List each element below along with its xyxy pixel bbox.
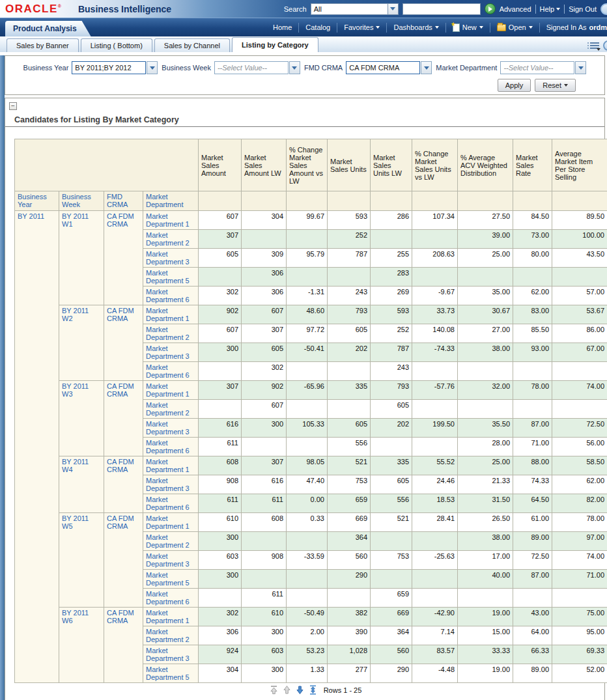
- business-week-cell[interactable]: BY 2011 W6: [59, 608, 104, 683]
- value-cell: 304: [199, 664, 242, 683]
- report-section: − Candidates for Listing By Market Categ…: [5, 98, 605, 700]
- max-rows-icon[interactable]: [308, 685, 318, 695]
- market-department-cell[interactable]: Market Department 1: [143, 608, 199, 626]
- dimension-header: Business Week: [59, 191, 104, 211]
- value-cell: [242, 230, 287, 249]
- market-department-cell[interactable]: Market Department 1: [143, 381, 199, 400]
- business-week-cell[interactable]: BY 2011 W5: [59, 513, 104, 608]
- first-page-icon[interactable]: [269, 685, 279, 695]
- business-week-cell[interactable]: BY 2011 W1: [59, 211, 104, 305]
- value-cell: 30.67: [458, 305, 513, 324]
- nav-link-home[interactable]: Home: [266, 23, 298, 31]
- market-department-cell[interactable]: Market Department 6: [143, 362, 199, 381]
- value-cell: 556: [371, 494, 412, 513]
- value-cell: [552, 268, 607, 287]
- header-spacer-cell: [458, 191, 513, 211]
- value-cell: 306: [242, 268, 287, 287]
- sign-out-link[interactable]: Sign Out: [569, 5, 597, 13]
- fmd-crma-cell[interactable]: CA FDM CRMA: [104, 456, 143, 513]
- value-cell: 902: [199, 305, 242, 324]
- value-cell: 902: [242, 381, 287, 400]
- market-department-cell[interactable]: Market Department 3: [143, 343, 199, 362]
- value-cell: [328, 268, 371, 287]
- accessibility-icon[interactable]: [600, 3, 607, 15]
- market-department-cell[interactable]: Market Department 1: [143, 305, 199, 324]
- tab-sales-by-channel[interactable]: Sales by Channel: [154, 38, 230, 52]
- market-department-cell[interactable]: Market Department 2: [143, 324, 199, 343]
- prompt-value[interactable]: CA FDM CRMA: [346, 61, 420, 74]
- market-department-cell[interactable]: Market Department 1: [143, 513, 199, 532]
- market-department-cell[interactable]: Market Department 6: [143, 589, 199, 608]
- prompt-value[interactable]: --Select Value--: [500, 61, 574, 74]
- value-cell: 560: [328, 551, 371, 570]
- market-department-cell[interactable]: Market Department 2: [143, 400, 199, 419]
- nav-link-catalog[interactable]: Catalog: [299, 23, 337, 31]
- collapse-section-button[interactable]: −: [9, 102, 17, 110]
- fmd-crma-cell[interactable]: CA FDM CRMA: [104, 305, 143, 381]
- market-department-cell[interactable]: Market Department 3: [143, 419, 199, 438]
- market-department-cell[interactable]: Market Department 6: [143, 438, 199, 456]
- prompt-value[interactable]: --Select Value--: [214, 61, 289, 74]
- header-spacer-cell: [371, 191, 412, 211]
- search-go-button[interactable]: [485, 3, 496, 14]
- search-input[interactable]: [402, 3, 481, 15]
- fmd-crma-cell[interactable]: CA FDM CRMA: [104, 513, 143, 608]
- market-department-cell[interactable]: Market Department 3: [143, 551, 199, 570]
- prompt-value[interactable]: BY 2011;BY 2012: [72, 61, 146, 74]
- market-department-cell[interactable]: Market Department 5: [143, 570, 199, 589]
- market-department-cell[interactable]: Market Department 5: [143, 664, 199, 683]
- page-options-icon[interactable]: [587, 41, 599, 50]
- prompt-combobox[interactable]: --Select Value--: [500, 61, 586, 74]
- fmd-crma-cell[interactable]: CA FDM CRMA: [104, 211, 143, 305]
- market-department-cell[interactable]: Market Department 3: [143, 475, 199, 494]
- search-scope-select[interactable]: All: [311, 3, 399, 15]
- market-department-cell[interactable]: Market Department 1: [143, 456, 199, 475]
- market-department-cell[interactable]: Market Department 2: [143, 230, 199, 249]
- previous-page-icon[interactable]: [282, 685, 292, 695]
- reset-button[interactable]: Reset: [535, 79, 576, 92]
- chevron-down-icon[interactable]: [388, 3, 399, 15]
- nav-link-dashboards[interactable]: Dashboards: [387, 23, 445, 31]
- advanced-link[interactable]: Advanced: [500, 5, 531, 13]
- market-department-cell[interactable]: Market Department 1: [143, 211, 199, 230]
- fmd-crma-cell[interactable]: CA FDM CRMA: [104, 608, 143, 683]
- business-week-cell[interactable]: BY 2011 W2: [59, 305, 104, 381]
- business-year-cell[interactable]: BY 2011: [15, 211, 59, 683]
- apply-button[interactable]: Apply: [498, 79, 531, 92]
- nav-link-favorites[interactable]: Favorites: [337, 23, 386, 31]
- chevron-down-icon[interactable]: [575, 61, 586, 74]
- value-cell: 55.52: [412, 456, 458, 475]
- prompt-combobox[interactable]: --Select Value--: [214, 61, 300, 74]
- business-week-cell[interactable]: BY 2011 W4: [59, 456, 104, 513]
- market-department-cell[interactable]: Market Department 2: [143, 532, 199, 551]
- fmd-crma-cell[interactable]: CA FDM CRMA: [104, 381, 143, 456]
- help-menu[interactable]: Help: [540, 5, 561, 13]
- market-department-cell[interactable]: Market Department 6: [143, 287, 199, 305]
- prompt-combobox[interactable]: CA FDM CRMA: [346, 61, 432, 74]
- table-corner-cell: [15, 139, 199, 191]
- value-cell: 98.05: [287, 456, 328, 475]
- chevron-down-icon[interactable]: [289, 61, 300, 74]
- chevron-down-icon[interactable]: [421, 61, 432, 74]
- market-department-cell[interactable]: Market Department 2: [143, 626, 199, 645]
- value-cell: 199.50: [412, 419, 458, 438]
- folder-icon: [497, 24, 506, 31]
- business-week-cell[interactable]: BY 2011 W3: [59, 381, 104, 456]
- value-cell: 99.67: [287, 211, 328, 230]
- chevron-down-icon[interactable]: [147, 61, 158, 74]
- next-page-icon[interactable]: [295, 685, 305, 695]
- help-circle-icon[interactable]: [603, 40, 607, 51]
- open-menu[interactable]: Open: [490, 23, 539, 31]
- market-department-cell[interactable]: Market Department 3: [143, 249, 199, 268]
- tab-listing-bottom-[interactable]: Listing ( Bottom): [81, 38, 152, 52]
- market-department-cell[interactable]: Market Department 3: [143, 645, 199, 664]
- value-cell: 390: [328, 626, 371, 645]
- prompt-combobox[interactable]: BY 2011;BY 2012: [72, 61, 158, 74]
- new-menu[interactable]: New: [446, 23, 490, 32]
- tab-listing-by-category[interactable]: Listing by Category: [232, 37, 318, 52]
- tab-sales-by-banner[interactable]: Sales by Banner: [7, 38, 79, 52]
- market-department-cell[interactable]: Market Department 5: [143, 268, 199, 287]
- market-department-cell[interactable]: Market Department 6: [143, 494, 199, 513]
- page-body: Business YearBY 2011;BY 2012Business Wee…: [0, 55, 607, 700]
- column-header: Market Sales Amount: [199, 139, 242, 191]
